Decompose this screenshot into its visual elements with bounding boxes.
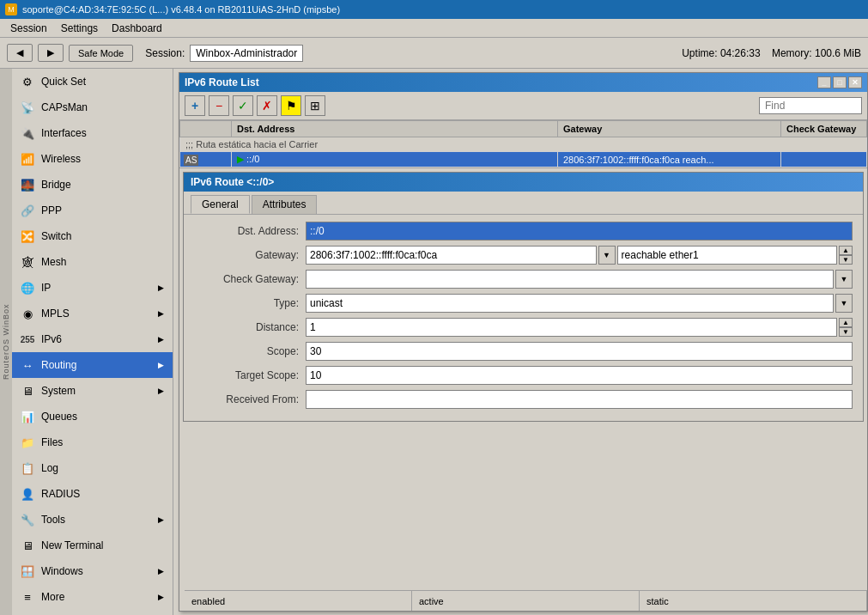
sidebar-item-quick-set[interactable]: ⚙ Quick Set bbox=[12, 69, 173, 94]
sidebar-item-files[interactable]: 📁 Files bbox=[12, 429, 173, 455]
disable-button[interactable]: ✗ bbox=[257, 95, 277, 116]
maximize-button[interactable]: □ bbox=[833, 76, 847, 88]
route-detail: IPv6 Route <::/0> General Attributes Dst… bbox=[183, 172, 864, 422]
sidebar-item-switch[interactable]: 🔀 Switch bbox=[12, 223, 173, 249]
sidebar-label-more: More bbox=[41, 591, 64, 603]
menu-bar: Session Settings Dashboard bbox=[0, 19, 868, 38]
scope-row: Scope: bbox=[194, 342, 853, 361]
ppp-icon: 🔗 bbox=[21, 204, 34, 217]
routing-arrow: ▶ bbox=[158, 361, 164, 369]
check-gateway-input[interactable] bbox=[306, 270, 834, 289]
type-dropdown-btn[interactable]: ▼ bbox=[835, 294, 853, 313]
gateway-state-down[interactable]: ▼ bbox=[839, 255, 853, 265]
route-table: Dst. Address Gateway Check Gateway ;;; R… bbox=[179, 120, 867, 167]
system-icon: 🖥 bbox=[21, 384, 34, 398]
add-button[interactable]: + bbox=[185, 95, 205, 116]
table-comment-row: ;;; Ruta estática hacia el Carrier bbox=[180, 137, 867, 152]
check-gw-group: ▼ bbox=[306, 270, 853, 289]
find-input[interactable] bbox=[759, 97, 862, 114]
sidebar-item-wireless[interactable]: 📶 Wireless bbox=[12, 146, 173, 172]
check-gw-dropdown-btn[interactable]: ▼ bbox=[835, 270, 853, 289]
ip-arrow: ▶ bbox=[158, 283, 164, 292]
content-area: IPv6 Route List _ □ ✕ + − ✓ ✗ ⚑ ⊞ bbox=[173, 69, 868, 615]
sidebar-label-tools: Tools bbox=[41, 514, 65, 526]
col-dst[interactable]: Dst. Address bbox=[232, 121, 558, 137]
back-button[interactable]: ◀ bbox=[7, 44, 33, 62]
sidebar-item-more[interactable]: ≡ More ▶ bbox=[12, 584, 173, 610]
capsman-icon: 📡 bbox=[21, 100, 34, 114]
sidebar-item-ipv6[interactable]: 255 IPv6 ▶ bbox=[12, 326, 173, 352]
remove-button[interactable]: − bbox=[209, 95, 229, 116]
forward-button[interactable]: ▶ bbox=[38, 44, 64, 62]
ipv6-arrow: ▶ bbox=[158, 335, 164, 344]
gateway-row: Gateway: ▼ ▲ ▼ bbox=[194, 246, 853, 265]
sidebar-item-mpls[interactable]: ◉ MPLS ▶ bbox=[12, 301, 173, 326]
received-from-input[interactable] bbox=[306, 390, 853, 409]
distance-input[interactable] bbox=[306, 318, 837, 337]
menu-settings[interactable]: Settings bbox=[54, 21, 105, 36]
safe-mode-button[interactable]: Safe Mode bbox=[69, 45, 133, 62]
sidebar-item-queues[interactable]: 📊 Queues bbox=[12, 404, 173, 429]
sidebar-item-log[interactable]: 📋 Log bbox=[12, 455, 173, 481]
row-gateway: 2806:3f7:1002::ffff:f0ca:f0ca reach... bbox=[558, 152, 781, 167]
distance-row: Distance: ▲ ▼ bbox=[194, 318, 853, 337]
sidebar-wrapper: RouterOS WinBox ⚙ Quick Set 📡 CAPsMan 🔌 … bbox=[0, 69, 173, 615]
gateway-group: ▼ ▲ ▼ bbox=[306, 246, 853, 265]
check-gateway-row: Check Gateway: ▼ bbox=[194, 270, 853, 289]
status-enabled: enabled bbox=[185, 591, 412, 611]
gateway-state-spin: ▲ ▼ bbox=[839, 246, 853, 265]
sidebar-item-system[interactable]: 🖥 System ▶ bbox=[12, 378, 173, 404]
sidebar-label-quick-set: Quick Set bbox=[41, 76, 86, 88]
scope-input[interactable] bbox=[306, 342, 853, 361]
sidebar-item-new-terminal[interactable]: 🖥 New Terminal bbox=[12, 533, 173, 558]
more-arrow: ▶ bbox=[158, 593, 164, 601]
sidebar-item-ppp[interactable]: 🔗 PPP bbox=[12, 198, 173, 223]
sidebar-label-mesh: Mesh bbox=[41, 256, 66, 268]
session-label: Session: bbox=[145, 47, 185, 59]
col-check-gw[interactable]: Check Gateway bbox=[781, 121, 867, 137]
distance-down[interactable]: ▼ bbox=[839, 327, 853, 337]
sidebar-item-routing[interactable]: ↔ Routing ▶ bbox=[12, 352, 173, 378]
sidebar-label-mpls: MPLS bbox=[41, 308, 70, 320]
minimize-button[interactable]: _ bbox=[817, 76, 831, 88]
distance-up[interactable]: ▲ bbox=[839, 318, 853, 327]
gateway-state-input[interactable] bbox=[617, 246, 837, 265]
gateway-input[interactable] bbox=[306, 246, 597, 265]
uptime-info: Uptime: 04:26:33 Memory: 100.6 MiB bbox=[682, 47, 861, 59]
sidebar-item-radius[interactable]: 👤 RADIUS bbox=[12, 481, 173, 507]
windows-arrow: ▶ bbox=[158, 567, 164, 575]
sidebar-label-log: Log bbox=[41, 462, 58, 474]
tab-general[interactable]: General bbox=[191, 195, 250, 214]
menu-dashboard[interactable]: Dashboard bbox=[105, 21, 169, 36]
table-row[interactable]: AS ▶ ::/0 2806:3f7:1002::ffff:f0ca:f0ca … bbox=[180, 152, 867, 167]
title-text: soporte@C4:AD:34:7E:92:5C (L...) v6.48.4… bbox=[22, 4, 340, 15]
sidebar-item-capsman[interactable]: 📡 CAPsMan bbox=[12, 94, 173, 120]
col-flags[interactable] bbox=[180, 121, 232, 137]
gateway-state-up[interactable]: ▲ bbox=[839, 246, 853, 255]
flag-button[interactable]: ⚑ bbox=[281, 95, 301, 116]
sidebar-label-routing: Routing bbox=[41, 359, 76, 371]
gateway-dropdown-btn[interactable]: ▼ bbox=[598, 246, 616, 265]
sidebar-label-system: System bbox=[41, 385, 76, 397]
tab-attributes[interactable]: Attributes bbox=[252, 195, 318, 214]
enable-button[interactable]: ✓ bbox=[233, 95, 253, 116]
sidebar-item-windows[interactable]: 🪟 Windows ▶ bbox=[12, 558, 173, 584]
close-button[interactable]: ✕ bbox=[848, 76, 862, 88]
sidebar-item-ip[interactable]: 🌐 IP ▶ bbox=[12, 275, 173, 301]
app-icon: M bbox=[5, 3, 17, 15]
menu-session[interactable]: Session bbox=[3, 21, 54, 36]
sidebar-label-ppp: PPP bbox=[41, 204, 62, 216]
files-icon: 📁 bbox=[21, 435, 34, 449]
sidebar-item-interfaces[interactable]: 🔌 Interfaces bbox=[12, 120, 173, 146]
sidebar-item-tools[interactable]: 🔧 Tools ▶ bbox=[12, 507, 173, 533]
route-list-title: IPv6 Route List bbox=[185, 76, 259, 88]
filter-button[interactable]: ⊞ bbox=[305, 95, 325, 116]
col-gateway[interactable]: Gateway bbox=[558, 121, 781, 137]
target-scope-input[interactable] bbox=[306, 366, 853, 385]
type-input[interactable] bbox=[306, 294, 834, 313]
memory-label: Memory: bbox=[772, 47, 812, 59]
dst-address-input[interactable] bbox=[306, 222, 853, 241]
row-dst: ▶ ::/0 bbox=[232, 152, 558, 167]
sidebar-item-bridge[interactable]: 🌉 Bridge bbox=[12, 172, 173, 198]
sidebar-item-mesh[interactable]: 🕸 Mesh bbox=[12, 249, 173, 275]
